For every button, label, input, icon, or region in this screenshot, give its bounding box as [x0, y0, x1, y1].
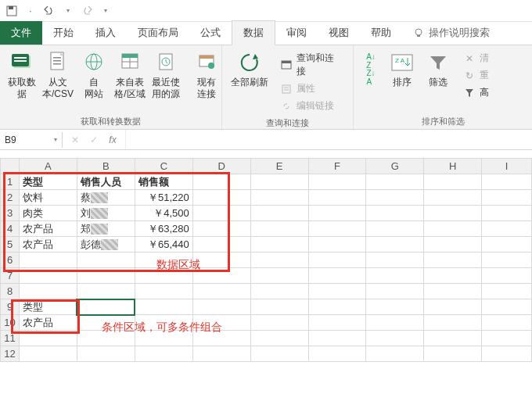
tab-review[interactable]: 审阅: [275, 21, 318, 45]
sort-az-button[interactable]: A↓Z: [361, 53, 380, 69]
svg-rect-3: [417, 35, 420, 37]
recent-button[interactable]: 最近使 用的源: [149, 48, 183, 114]
row-10[interactable]: 10: [1, 315, 20, 331]
advanced-button[interactable]: 高: [460, 84, 492, 101]
group-conn-label: 查询和连接: [227, 116, 348, 129]
row-4[interactable]: 4: [1, 221, 20, 237]
row-6[interactable]: 6: [1, 253, 20, 268]
cell-A4[interactable]: 农产品: [19, 221, 77, 237]
cell-A10[interactable]: 农产品: [19, 315, 77, 331]
filter-button[interactable]: 筛选: [421, 48, 455, 114]
qat-more[interactable]: ▾: [99, 4, 113, 18]
cell-A5[interactable]: 农产品: [19, 237, 77, 253]
refresh-all-label: 全部刷新: [231, 77, 268, 88]
reapply-label: 重: [480, 69, 489, 82]
cancel-icon[interactable]: ✕: [69, 134, 81, 145]
save-icon[interactable]: [5, 4, 19, 18]
tab-file[interactable]: 文件: [0, 21, 42, 45]
clear-icon: ✕: [463, 52, 476, 65]
redo-icon[interactable]: [80, 4, 94, 18]
cell-B3[interactable]: 刘: [77, 206, 135, 221]
get-data-button[interactable]: 获取数 据: [5, 48, 39, 114]
sort-button[interactable]: Z A 排序: [385, 48, 419, 114]
tab-layout[interactable]: 页面布局: [127, 21, 189, 45]
row-12[interactable]: 12: [1, 346, 20, 362]
filter-icon: [426, 50, 451, 75]
row-7[interactable]: 7: [1, 268, 20, 284]
col-H[interactable]: H: [424, 159, 482, 174]
tell-me-label: 操作说明搜索: [429, 26, 490, 40]
col-E[interactable]: E: [250, 159, 308, 174]
tab-view[interactable]: 视图: [318, 21, 360, 45]
col-G[interactable]: G: [366, 159, 424, 174]
col-A[interactable]: A: [19, 159, 77, 174]
row-11[interactable]: 11: [1, 331, 20, 346]
cell-B4[interactable]: 郑: [77, 221, 135, 237]
filter-label: 筛选: [429, 77, 448, 88]
cell-C3[interactable]: ￥4,500: [135, 206, 192, 221]
cell-B5[interactable]: 彭德: [77, 237, 135, 253]
cell-C5[interactable]: ￥65,440: [135, 237, 192, 253]
cell-C2[interactable]: ￥51,220: [135, 190, 192, 206]
select-all[interactable]: [1, 159, 20, 174]
existing-conn-icon: [194, 50, 219, 75]
row-1[interactable]: 1: [1, 174, 20, 190]
undo-icon[interactable]: [42, 4, 56, 18]
row-3[interactable]: 3: [1, 206, 20, 221]
cell-B2[interactable]: 蔡: [77, 190, 135, 206]
row-9[interactable]: 9: [1, 299, 20, 315]
cell-A3[interactable]: 肉类: [19, 206, 77, 221]
tab-insert[interactable]: 插入: [84, 21, 127, 45]
from-csv-label: 从文 本/CSV: [42, 77, 74, 100]
cell-A9[interactable]: 类型: [19, 299, 77, 315]
from-csv-button[interactable]: 从文 本/CSV: [41, 48, 75, 114]
edit-links-button[interactable]: 编辑链接: [277, 98, 345, 114]
from-web-button[interactable]: 自 网站: [77, 48, 111, 114]
col-C[interactable]: C: [135, 159, 192, 174]
col-I[interactable]: I: [482, 159, 532, 174]
col-B[interactable]: B: [77, 159, 135, 174]
cell-A2[interactable]: 饮料: [19, 190, 77, 206]
cell-B1[interactable]: 销售人员: [77, 174, 135, 190]
name-box[interactable]: B9 ▾: [0, 132, 63, 148]
col-F[interactable]: F: [308, 159, 366, 174]
properties-button[interactable]: 属性: [277, 81, 345, 97]
advanced-icon: [463, 87, 476, 99]
tell-me[interactable]: 操作说明搜索: [402, 21, 501, 45]
row-2[interactable]: 2: [1, 190, 20, 206]
worksheet-grid[interactable]: A B C D E F G H I 1 类型 销售人员 销售额 2 饮料 蔡 ￥…: [0, 158, 532, 362]
row-8[interactable]: 8: [1, 284, 20, 299]
undo-dd[interactable]: ▾: [61, 4, 75, 18]
get-data-label: 获取数 据: [8, 77, 36, 100]
from-table-button[interactable]: 来自表 格/区域: [113, 48, 147, 114]
tab-home[interactable]: 开始: [42, 21, 84, 45]
existing-conn-label: 现有 连接: [197, 77, 216, 100]
queries-label: 查询和连接: [297, 52, 342, 78]
bulb-icon: [413, 27, 424, 38]
refresh-all-button[interactable]: 全部刷新: [227, 48, 272, 116]
cell-B9[interactable]: [77, 299, 135, 315]
clear-label: 清: [480, 52, 489, 65]
queries-button[interactable]: 查询和连接: [277, 50, 345, 80]
cell-A1[interactable]: 类型: [19, 174, 77, 190]
reapply-button[interactable]: ↻重: [460, 67, 492, 84]
row-5[interactable]: 5: [1, 237, 20, 253]
fx-icon[interactable]: fx: [106, 134, 119, 145]
name-box-dd-icon[interactable]: ▾: [54, 136, 57, 143]
col-D[interactable]: D: [192, 159, 250, 174]
enter-icon[interactable]: ✓: [88, 134, 100, 145]
tab-data[interactable]: 数据: [232, 20, 275, 45]
clear-button[interactable]: ✕清: [460, 50, 492, 66]
sort-za-button[interactable]: Z↓A: [361, 70, 380, 85]
edit-links-label: 编辑链接: [297, 99, 334, 113]
tab-formulas[interactable]: 公式: [189, 21, 232, 45]
cell-C1[interactable]: 销售额: [135, 174, 192, 190]
properties-label: 属性: [297, 82, 315, 95]
tab-help[interactable]: 帮助: [360, 21, 402, 45]
existing-conn-button[interactable]: 现有 连接: [189, 48, 224, 114]
refresh-icon: [237, 50, 262, 75]
svg-point-23: [208, 63, 214, 69]
cell-C4[interactable]: ￥63,280: [135, 221, 192, 237]
svg-rect-26: [282, 85, 290, 93]
formula-bar[interactable]: [125, 130, 532, 149]
